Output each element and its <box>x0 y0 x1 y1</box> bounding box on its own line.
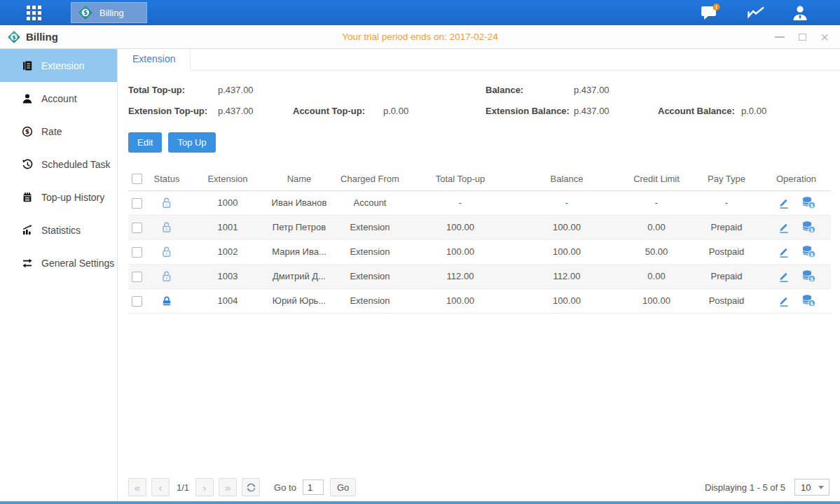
top-up-coins-icon[interactable]: $ <box>801 196 815 209</box>
page-indicator: 1/1 <box>177 482 189 493</box>
notebook-icon <box>22 192 33 203</box>
page-size-select[interactable]: 10 <box>794 479 829 496</box>
topbar-tab-label: Billing <box>99 8 124 18</box>
status-cell[interactable] <box>145 190 188 215</box>
status-cell[interactable] <box>145 239 188 264</box>
select-all-checkbox[interactable] <box>132 174 142 184</box>
balance-value: p.437.00 <box>574 85 658 95</box>
cell-total-topup: 100.00 <box>408 288 512 313</box>
ledger-icon <box>22 60 33 71</box>
table-row: 1003 Дмитрий Д... Extension 112.00 112.0… <box>128 264 831 288</box>
window-bottom-border <box>0 501 840 504</box>
svg-text:$: $ <box>810 252 813 258</box>
lock-open-icon <box>160 246 173 258</box>
top-up-coins-icon[interactable]: $ <box>801 294 815 307</box>
sidebar-item-topup-history[interactable]: Top-up History <box>0 181 117 214</box>
lock-open-icon <box>160 270 173 283</box>
status-cell[interactable] <box>145 215 188 239</box>
go-button[interactable]: Go <box>330 478 356 496</box>
cell-name: Дмитрий Д... <box>267 264 331 288</box>
notifications-icon[interactable]: ! <box>701 4 722 22</box>
maximize-icon[interactable] <box>799 34 806 41</box>
sidebar-item-general-settings[interactable]: General Settings <box>0 246 117 279</box>
svg-text:$: $ <box>810 227 813 233</box>
last-page-button[interactable]: » <box>219 478 237 496</box>
total-topup-label: Total Top-up: <box>128 85 218 95</box>
billing-diamond-icon: $ <box>7 30 21 44</box>
cell-total-topup: 100.00 <box>408 239 512 264</box>
balance-label: Balance: <box>486 85 574 95</box>
cell-extension: 1001 <box>188 215 267 239</box>
edit-icon[interactable] <box>778 246 790 258</box>
transfer-arrows-icon <box>22 258 33 269</box>
top-up-coins-icon[interactable]: $ <box>801 270 815 283</box>
edit-icon[interactable] <box>778 197 790 209</box>
edit-icon[interactable] <box>778 270 790 283</box>
lock-open-icon <box>160 221 173 234</box>
cell-balance: 100.00 <box>512 288 621 313</box>
minimize-icon[interactable] <box>775 36 785 38</box>
person-icon <box>22 93 33 104</box>
next-page-button[interactable]: › <box>195 478 214 496</box>
sidebar-item-extension[interactable]: Extension <box>0 49 117 82</box>
refresh-icon <box>246 482 256 493</box>
prev-page-button[interactable]: ‹ <box>151 478 170 496</box>
cell-balance: - <box>512 190 621 215</box>
cell-balance: 100.00 <box>512 239 621 264</box>
table-row: 1004 Юрий Юрь... Extension 100.00 100.00… <box>128 288 831 313</box>
topbar-tab-billing[interactable]: $ Billing <box>71 2 147 23</box>
sidebar-item-rate[interactable]: $ Rate <box>0 115 117 148</box>
row-checkbox[interactable] <box>132 223 142 233</box>
cell-name: Мария Ива... <box>267 239 331 264</box>
row-checkbox[interactable] <box>132 247 142 258</box>
row-checkbox[interactable] <box>132 272 142 282</box>
pagination-bar: « ‹ 1/1 › » Go to Go Displaying 1 - 5 of… <box>118 477 840 498</box>
table-row: 1001 Петр Петров Extension 100.00 100.00… <box>128 215 831 239</box>
col-balance: Balance <box>512 167 621 190</box>
user-account-icon[interactable] <box>791 4 809 22</box>
top-up-coins-icon[interactable]: $ <box>801 245 815 258</box>
top-up-button[interactable]: Top Up <box>168 132 215 153</box>
row-checkbox[interactable] <box>132 198 142 209</box>
tab-extension[interactable]: Extension <box>118 49 191 71</box>
col-operation: Operation <box>762 167 831 190</box>
account-balance-label: Account Balance: <box>658 106 741 116</box>
edit-button[interactable]: Edit <box>128 132 162 153</box>
edit-icon[interactable] <box>778 221 790 234</box>
svg-text:$: $ <box>810 203 813 209</box>
sidebar-item-scheduled-task[interactable]: Scheduled Task <box>0 148 117 181</box>
displaying-text: Displaying 1 - 5 of 5 <box>705 482 785 493</box>
close-icon[interactable]: × <box>820 32 829 42</box>
svg-text:$: $ <box>25 128 29 135</box>
chevron-down-icon <box>818 486 824 489</box>
lock-closed-icon <box>160 295 173 307</box>
col-credit-limit: Credit Limit <box>621 167 691 190</box>
app-launcher-icon[interactable] <box>27 6 41 20</box>
status-cell[interactable] <box>145 264 188 288</box>
cell-balance: 112.00 <box>512 264 621 288</box>
account-balance-value: p.0.00 <box>741 106 829 116</box>
refresh-button[interactable] <box>242 478 260 496</box>
table-row: 1002 Мария Ива... Extension 100.00 100.0… <box>128 239 831 264</box>
top-up-coins-icon[interactable]: $ <box>801 220 815 234</box>
first-page-button[interactable]: « <box>128 478 146 496</box>
cell-charged-from: Account <box>331 190 408 215</box>
edit-icon[interactable] <box>778 295 790 307</box>
status-cell[interactable] <box>145 288 188 313</box>
topbar: $ Billing ! <box>0 0 840 25</box>
tab-strip: Extension <box>118 49 840 71</box>
goto-page-input[interactable] <box>303 479 324 495</box>
extension-balance-value: p.437.00 <box>574 106 658 116</box>
cell-charged-from: Extension <box>331 215 408 239</box>
cell-total-topup: 100.00 <box>408 215 512 239</box>
row-checkbox[interactable] <box>132 296 142 307</box>
sidebar-item-statistics[interactable]: Statistics <box>0 214 117 246</box>
cell-pay-type: Prepaid <box>691 264 762 288</box>
statistics-chart-icon[interactable] <box>747 5 766 20</box>
sidebar-item-account[interactable]: Account <box>0 82 117 115</box>
cell-charged-from: Extension <box>331 288 408 313</box>
cell-credit-limit: 50.00 <box>621 239 691 264</box>
billing-diamond-icon: $ <box>78 5 93 20</box>
account-topup-label: Account Top-up: <box>293 106 383 116</box>
balance-summary: Total Top-up: p.437.00 Balance: p.437.00… <box>128 85 829 116</box>
